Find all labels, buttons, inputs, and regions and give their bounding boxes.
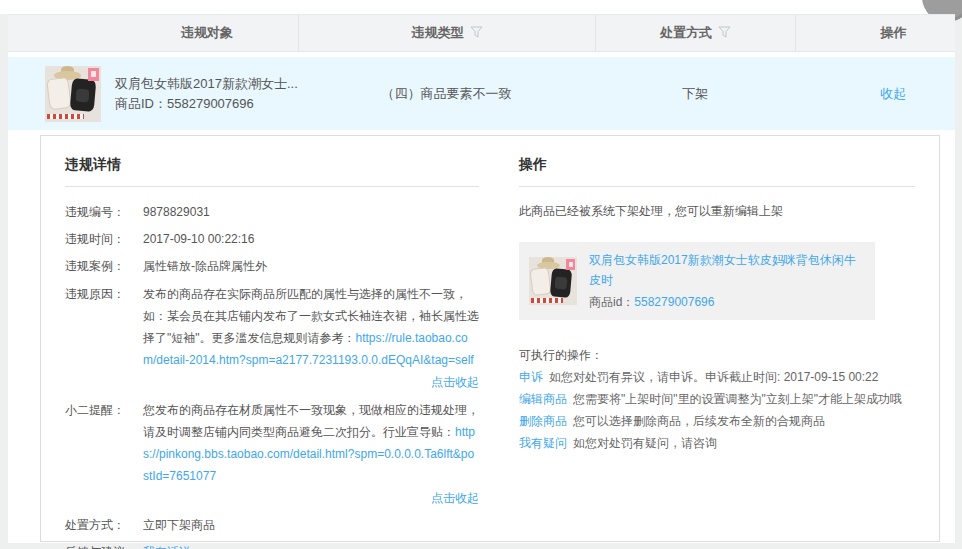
product-info: 双肩包女韩版2017新款潮女士... 商品ID：558279007696: [115, 74, 298, 114]
delete-product-link[interactable]: 删除商品: [519, 414, 567, 428]
violation-type-cell: （四）商品要素不一致: [298, 85, 595, 103]
collapse-reminder-link[interactable]: 点击收起: [143, 487, 479, 509]
field-staff-reminder: 小二提醒： 您发布的商品存在材质属性不一致现象，现做相应的违规处理，请及时调整店…: [65, 396, 479, 512]
card-product-id-label: 商品id：: [589, 295, 634, 309]
image-price-strip: [531, 298, 563, 302]
field-feedback: 反馈与建议： 我有话说: [65, 539, 479, 549]
operation-section: 操作 此商品已经被系统下架处理，您可以重新编辑上架 双肩包女韩版2017新款潮女…: [519, 152, 915, 541]
white-backpack-shape: [530, 266, 552, 295]
column-header-label: 违规对象: [181, 24, 233, 42]
disposal-value: 下架: [682, 85, 708, 103]
black-backpack-shape: [69, 78, 95, 112]
operation-cell: 收起: [795, 85, 955, 103]
field-value: 属性错放-除品牌属性外: [143, 253, 479, 280]
section-title-operation: 操作: [519, 152, 915, 187]
field-disposal-method: 处置方式： 立即下架商品: [65, 512, 479, 539]
card-product-title-link[interactable]: 双肩包女韩版2017新款潮女士软皮妈咪背包休闲牛皮时: [589, 253, 856, 287]
executable-actions-title: 可执行的操作：: [519, 344, 915, 366]
field-value: 您发布的商品存在材质属性不一致现象，现做相应的违规处理，请及时调整店铺内同类型商…: [143, 399, 479, 509]
field-value: 发布的商品存在实际商品所匹配的属性与选择的属性不一致，如：某会员在其店铺内发布了…: [143, 283, 479, 393]
field-label: 处置方式：: [65, 512, 143, 539]
table-header: 违规对象 违规类型 处置方式 操作: [8, 14, 955, 52]
collapse-reason-link[interactable]: 点击收起: [143, 371, 479, 393]
violation-table-row: 双肩包女韩版2017新款潮女士... 商品ID：558279007696 （四）…: [8, 57, 955, 130]
field-label: 违规案例：: [65, 253, 143, 280]
action-description: 如您对处罚有疑问，请咨询: [573, 436, 717, 450]
page-background-strip: [0, 14, 8, 549]
field-label: 违规编号：: [65, 199, 143, 226]
field-label: 反馈与建议：: [65, 539, 143, 549]
appeal-link[interactable]: 申诉: [519, 370, 543, 384]
question-link[interactable]: 我有疑问: [519, 436, 567, 450]
violation-detail-section: 违规详情 违规编号： 9878829031 违规时间： 2017-09-10 0…: [65, 152, 479, 541]
violation-fields: 违规编号： 9878829031 违规时间： 2017-09-10 00:22:…: [65, 199, 479, 549]
disposal-cell: 下架: [595, 85, 795, 103]
action-description: 您需要将"上架时间"里的设置调整为"立刻上架"才能上架成功哦: [573, 392, 902, 406]
violation-detail-panel: 违规详情 违规编号： 9878829031 违规时间： 2017-09-10 0…: [40, 135, 940, 542]
column-header-label: 违规类型: [412, 24, 464, 42]
field-violation-number: 违规编号： 9878829031: [65, 199, 479, 226]
product-id-label: 商品ID：: [115, 96, 167, 111]
reminder-text: 您发布的商品存在材质属性不一致现象，现做相应的违规处理，请及时调整店铺内同类型商…: [143, 403, 479, 439]
action-description: 如您对处罚有异议，请申诉。申诉截止时间: 2017-09-15 00:22: [549, 370, 878, 384]
product-id-line: 商品ID：558279007696: [115, 94, 298, 114]
action-row-delete-product: 删除商品您可以选择删除商品，后续发布全新的合规商品: [519, 410, 915, 432]
field-value: 9878829031: [143, 199, 479, 226]
card-product-id-value: 558279007696: [634, 295, 714, 309]
filter-icon[interactable]: [470, 26, 483, 41]
field-violation-case: 违规案例： 属性错放-除品牌属性外: [65, 253, 479, 280]
violation-management-page: 违规对象 违规类型 处置方式 操作 双肩包女韩版2017新款潮女士..: [0, 0, 962, 549]
image-badge: [88, 68, 99, 81]
field-label: 违规时间：: [65, 226, 143, 253]
card-product-id-line: 商品id：558279007696: [589, 293, 865, 312]
column-header-disposal: 处置方式: [595, 15, 795, 51]
field-violation-time: 违规时间： 2017-09-10 00:22:16: [65, 226, 479, 253]
column-header-violation-type: 违规类型: [298, 15, 595, 51]
action-row-appeal: 申诉如您对处罚有异议，请申诉。申诉截止时间: 2017-09-15 00:22: [519, 366, 915, 388]
collapse-row-link[interactable]: 收起: [880, 85, 906, 103]
system-notice: 此商品已经被系统下架处理，您可以重新编辑上架: [519, 203, 915, 220]
field-label: 违规原因：: [65, 283, 143, 393]
image-badge: [566, 259, 575, 270]
black-backpack-shape: [550, 268, 573, 297]
product-thumbnail: [45, 66, 101, 122]
field-label: 小二提醒：: [65, 399, 143, 509]
product-id-value: 558279007696: [167, 96, 254, 111]
feedback-link[interactable]: 我有话说: [143, 545, 191, 549]
product-title: 双肩包女韩版2017新款潮女士...: [115, 74, 298, 94]
column-header-label: 处置方式: [660, 24, 712, 42]
violation-type-value: （四）商品要素不一致: [382, 85, 512, 103]
field-violation-reason: 违规原因： 发布的商品存在实际商品所匹配的属性与选择的属性不一致，如：某会员在其…: [65, 280, 479, 396]
section-title-violation-detail: 违规详情: [65, 152, 479, 187]
action-row-question: 我有疑问如您对处罚有疑问，请咨询: [519, 432, 915, 454]
field-value: 我有话说: [143, 539, 479, 549]
field-value: 2017-09-10 00:22:16: [143, 226, 479, 253]
product-thumbnail: [529, 257, 577, 305]
edit-product-link[interactable]: 编辑商品: [519, 392, 567, 406]
column-gap: [479, 152, 519, 541]
column-header-label: 操作: [881, 24, 907, 42]
product-card: 双肩包女韩版2017新款潮女士软皮妈咪背包休闲牛皮时 商品id：55827900…: [519, 242, 875, 320]
image-price-strip: [47, 114, 84, 119]
column-header-operation: 操作: [795, 15, 955, 51]
action-row-edit-product: 编辑商品您需要将"上架时间"里的设置调整为"立刻上架"才能上架成功哦: [519, 388, 915, 410]
column-header-violation-object: 违规对象: [8, 15, 298, 51]
field-value: 立即下架商品: [143, 512, 479, 539]
white-backpack-shape: [46, 77, 72, 111]
page-background-strip: [955, 14, 962, 549]
violation-object-cell: 双肩包女韩版2017新款潮女士... 商品ID：558279007696: [8, 66, 298, 122]
action-description: 您可以选择删除商品，后续发布全新的合规商品: [573, 414, 825, 428]
filter-icon[interactable]: [718, 26, 731, 41]
card-product-info: 双肩包女韩版2017新款潮女士软皮妈咪背包休闲牛皮时 商品id：55827900…: [589, 250, 865, 312]
